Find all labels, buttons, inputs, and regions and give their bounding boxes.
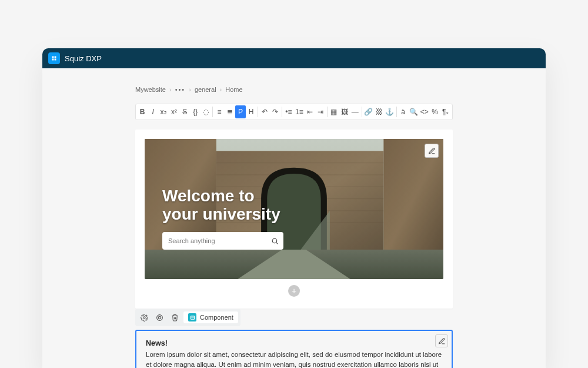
toolbar-table-button[interactable]: ▦ [329, 105, 339, 118]
svg-point-17 [143, 316, 145, 318]
svg-line-16 [276, 243, 278, 244]
crumb-section[interactable]: general [195, 86, 216, 93]
crumb-page[interactable]: Home [225, 86, 242, 93]
content-area: Mywebsite › ••• › general › Home BIx₂x²S… [42, 68, 546, 368]
toolbar-char-button[interactable]: à [398, 105, 409, 118]
toolbar-clear-button[interactable]: ◌ [201, 105, 211, 118]
toolbar-code-button[interactable]: {} [190, 105, 201, 118]
component-label: Component [200, 314, 233, 321]
title-bar: Squiz DXP [42, 48, 546, 68]
toolbar-ul-button[interactable]: •≡ [283, 105, 294, 118]
toolbar-anchor-button[interactable]: ⚓ [385, 105, 395, 118]
crumb-root[interactable]: Mywebsite [135, 86, 166, 93]
edit-news-button[interactable] [435, 334, 448, 347]
toolbar-redo-button[interactable]: ↷ [270, 105, 280, 118]
chevron-right-icon: › [220, 86, 222, 93]
chevron-right-icon: › [189, 86, 191, 93]
toolbar-hr-button[interactable]: — [350, 105, 360, 118]
toolbar-find-button[interactable]: 🔍 [409, 105, 419, 118]
news-body: Lorem ipsum dolor sit amet, consectetur … [146, 350, 442, 368]
toolbar-bold-button[interactable]: B [137, 105, 148, 118]
app-logo-icon [48, 52, 60, 64]
svg-point-18 [156, 314, 162, 320]
toolbar-percent-button[interactable]: % [430, 105, 440, 118]
hero-search[interactable] [162, 232, 283, 250]
hero-title: Welcome to your university [162, 187, 283, 224]
svg-rect-20 [191, 316, 194, 319]
toolbar-ol-button[interactable]: 1≡ [294, 105, 305, 118]
delete-button[interactable] [168, 311, 181, 324]
toolbar-separator [258, 107, 258, 117]
svg-point-19 [158, 316, 161, 319]
toolbar-italic-button[interactable]: I [148, 105, 158, 118]
toolbar-unlink-button[interactable]: ⛓ [374, 105, 385, 118]
toolbar-sub-button[interactable]: x₂ [158, 105, 169, 118]
app-window: Squiz DXP Mywebsite › ••• › general › Ho… [42, 48, 546, 368]
toolbar-separator [396, 107, 397, 117]
toolbar-link-button[interactable]: 🔗 [363, 105, 374, 118]
toolbar-sup-button[interactable]: x² [169, 105, 179, 118]
hero-title-line1: Welcome to [162, 187, 255, 205]
toolbar-source-button[interactable]: <> [419, 105, 430, 118]
toolbar-more-button[interactable]: ¶ₓ [440, 105, 451, 118]
svg-point-15 [272, 238, 277, 243]
page-canvas: Welcome to your university + [135, 130, 453, 309]
breadcrumb: Mywebsite › ••• › general › Home [135, 86, 453, 93]
hero-title-line2: your university [162, 205, 280, 223]
chevron-right-icon: › [169, 86, 172, 93]
app-title: Squiz DXP [65, 54, 102, 63]
settings-button[interactable] [138, 311, 151, 324]
toolbar-indent-button[interactable]: ⇥ [315, 105, 326, 118]
news-heading: News! [146, 339, 442, 347]
toolbar-image-button[interactable]: 🖼 [339, 105, 350, 118]
toolbar-separator [212, 107, 213, 117]
toolbar-separator [282, 107, 282, 117]
search-icon[interactable] [271, 237, 279, 245]
add-block-row: + [145, 279, 443, 299]
target-button[interactable] [153, 311, 166, 324]
hero-block[interactable]: Welcome to your university [145, 139, 443, 279]
toolbar-paragraph-button[interactable]: P [235, 105, 246, 118]
news-block[interactable]: News! Lorem ipsum dolor sit amet, consec… [135, 330, 453, 368]
component-chip[interactable]: Component [183, 311, 238, 323]
toolbar-outdent-button[interactable]: ⇤ [305, 105, 315, 118]
hero-content: Welcome to your university [145, 187, 283, 279]
component-toolbar: Component [135, 309, 240, 326]
component-icon [188, 313, 196, 321]
crumb-ellipsis[interactable]: ••• [175, 86, 186, 93]
toolbar-separator [362, 107, 362, 117]
rte-toolbar: BIx₂x²S{}◌≡≣PH↶↷•≡1≡⇤⇥▦🖼—🔗⛓⚓à🔍<>%¶ₓ [135, 104, 453, 120]
edit-hero-button[interactable] [425, 144, 439, 158]
search-input[interactable] [167, 237, 271, 245]
toolbar-separator [327, 107, 328, 117]
toolbar-undo-button[interactable]: ↶ [259, 105, 270, 118]
toolbar-strike-button[interactable]: S [179, 105, 190, 118]
toolbar-align-center-button[interactable]: ≣ [225, 105, 235, 118]
toolbar-heading-button[interactable]: H [246, 105, 256, 118]
toolbar-align-left-button[interactable]: ≡ [214, 105, 225, 118]
add-block-button[interactable]: + [288, 285, 300, 297]
